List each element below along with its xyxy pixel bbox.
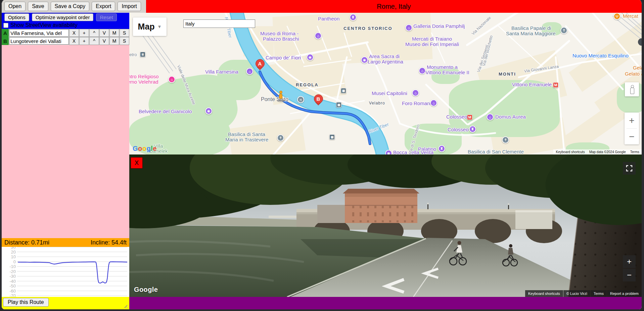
optimize-waypoint-order-button[interactable]: Optimize waypoint order — [32, 13, 94, 21]
map-label[interactable]: Area Sacra di — [369, 54, 400, 59]
transit-pin-icon[interactable]: ▤ — [341, 88, 346, 93]
map-label[interactable]: Campo de' Fiori — [266, 55, 301, 60]
map-attribution-item[interactable]: Keyboard shortcuts — [556, 150, 585, 154]
streetview-toggle-row: Show StreetView availability — [2, 21, 129, 29]
elevation-line — [18, 262, 127, 283]
streetview-attribution-item[interactable]: Keyboard shortcuts — [525, 290, 563, 297]
waypoint-move-down-button[interactable]: V — [99, 29, 109, 37]
waypoint-insert-button[interactable]: + — [79, 37, 89, 45]
church-pin-icon[interactable]: ✝ — [502, 136, 509, 143]
camera-pin-icon[interactable]: ◉ — [385, 150, 392, 154]
waypoint-insert-button[interactable]: + — [79, 29, 89, 37]
map-label[interactable]: Musei Capitolini — [372, 91, 407, 96]
route-toolbar: Options Optimize waypoint order Reset — [2, 13, 129, 21]
map-label[interactable]: Villa Farnesina — [205, 69, 238, 75]
map-label[interactable]: Largo Argentina — [368, 59, 403, 64]
museum-pin-icon[interactable]: ⌂ — [246, 68, 253, 75]
rook-pin-icon[interactable]: ♜ — [438, 145, 445, 152]
map-type-control[interactable]: Map ▼ — [133, 17, 167, 36]
waypoint-streetview-button[interactable]: S — [120, 37, 129, 45]
map-attribution-item[interactable]: Terms — [630, 150, 639, 154]
waypoint-input[interactable] — [9, 29, 69, 37]
options-button[interactable]: Options — [4, 13, 29, 21]
camera-pin-icon[interactable]: ◉ — [307, 54, 314, 61]
metro-pin-icon[interactable]: M — [467, 115, 472, 120]
museum-pin-icon[interactable]: ⌂ — [419, 67, 426, 74]
map-canvas[interactable]: PantheonCENTRO STORICOMuseo di Roma -Pal… — [129, 13, 642, 154]
streetview-zoom-out-button[interactable]: − — [623, 269, 636, 281]
rook-pin-icon[interactable]: ♜ — [469, 126, 476, 133]
streetview-attribution-item[interactable]: © Lucio Virzì — [563, 290, 590, 297]
reset-button[interactable]: Reset — [96, 13, 117, 21]
waypoint-marker-a[interactable]: A — [256, 59, 265, 73]
map-search-input[interactable] — [183, 19, 255, 28]
map-label[interactable]: Monumento a — [427, 64, 458, 70]
waypoint-map-button[interactable]: M — [109, 37, 119, 45]
pegman-control[interactable] — [625, 82, 639, 96]
map-label[interactable]: Vittorio Emanuele II — [425, 70, 469, 75]
museum-glyph: ⌂ — [248, 70, 251, 74]
map-label[interactable]: Colosseo — [446, 114, 467, 120]
transit-pin-icon[interactable]: ▤ — [329, 134, 335, 140]
museum-pin-icon[interactable]: ⌂ — [430, 99, 437, 106]
museum-pin-icon[interactable]: ⌂ — [487, 114, 494, 121]
waypoint-delete-button[interactable]: X — [69, 29, 79, 37]
map-label[interactable]: Mercati di Traiano — [412, 36, 452, 42]
train-pin-icon[interactable]: ≣ — [140, 52, 145, 57]
title-bar: Rome, Italy — [146, 0, 642, 13]
map-label[interactable]: Palazzo Braschi — [263, 36, 299, 42]
church-glyph: ✝ — [562, 28, 565, 33]
map-label[interactable]: Belvedere del Gianicolo — [139, 109, 192, 114]
open-button[interactable]: Open — [4, 2, 26, 11]
restaurant-pin-icon[interactable]: Ψ — [613, 13, 620, 20]
camera-pin-icon[interactable]: ◉ — [361, 56, 368, 63]
church-pin-icon[interactable]: ✝ — [560, 27, 567, 34]
pegman-icon[interactable] — [278, 91, 283, 101]
waypoint-streetview-button[interactable]: S — [120, 29, 129, 37]
fullscreen-button[interactable] — [623, 162, 636, 175]
museum-glyph: ⌂ — [489, 115, 491, 119]
hotel-pin-icon[interactable]: ⌂ — [168, 76, 175, 83]
bridge-pin-icon[interactable]: π — [297, 96, 304, 103]
streetview-canvas[interactable]: X + − Google Keyboard shortcuts© Lucio V… — [129, 154, 642, 297]
save-a-copy-button[interactable]: Save a Copy — [51, 2, 90, 11]
waypoint-move-up-button[interactable]: ^ — [89, 37, 99, 45]
museum-pin-icon[interactable]: ⌂ — [412, 89, 419, 96]
metro-pin-icon[interactable]: M — [553, 82, 558, 88]
show-streetview-availability-checkbox[interactable] — [3, 23, 8, 28]
map-label[interactable]: Bocca della Verità — [393, 150, 433, 154]
church-pin-icon[interactable]: ✝ — [277, 134, 284, 141]
camera-pin-icon[interactable]: ◉ — [205, 107, 212, 115]
waypoint-move-up-button[interactable]: ^ — [89, 29, 99, 37]
svg-text:20: 20 — [11, 250, 16, 255]
zoom-in-button[interactable]: + — [625, 113, 639, 128]
waypoint-map-button[interactable]: M — [109, 29, 119, 37]
zoom-out-button[interactable]: − — [625, 129, 639, 144]
waypoint-input[interactable] — [9, 37, 69, 45]
resize-handle[interactable] — [123, 304, 127, 308]
museum-pin-icon[interactable]: ⌂ — [315, 32, 322, 39]
streetview-attribution-item[interactable]: Report a problem — [607, 290, 642, 297]
import-button[interactable]: Import — [118, 2, 141, 11]
map-label[interactable]: Pantheon — [318, 16, 339, 21]
map-label[interactable]: Museo dei Fori Imperiali — [405, 42, 459, 47]
map-label[interactable]: Museo di Roma - — [260, 31, 298, 36]
map-label[interactable]: Galleria Doria Pamphilj — [413, 24, 465, 29]
save-button[interactable]: Save — [28, 2, 48, 11]
waypoint-delete-button[interactable]: X — [69, 37, 79, 45]
streetview-attribution-item[interactable]: Terms — [591, 290, 607, 297]
museum-pin-icon[interactable]: ⌂ — [405, 24, 412, 31]
waypoint-move-down-button[interactable]: V — [99, 37, 109, 45]
close-streetview-button[interactable]: X — [131, 157, 143, 169]
export-button[interactable]: Export — [92, 2, 115, 11]
play-route-button[interactable]: Play this Route — [3, 298, 49, 307]
streetview-zoom-in-button[interactable]: + — [623, 255, 636, 268]
waypoint-marker-b[interactable]: B — [314, 94, 323, 108]
map-label[interactable]: Domus Aurea — [495, 114, 526, 120]
rook-pin-icon[interactable]: ♜ — [350, 14, 357, 21]
map-type-label: Map — [138, 22, 155, 32]
transit-pin-icon[interactable]: ▤ — [336, 102, 341, 107]
map-label[interactable]: Vittorio Emanuele — [512, 82, 552, 87]
map-label[interactable]: Colosseo — [448, 127, 469, 132]
map-label[interactable]: Foro Romano — [402, 101, 433, 106]
